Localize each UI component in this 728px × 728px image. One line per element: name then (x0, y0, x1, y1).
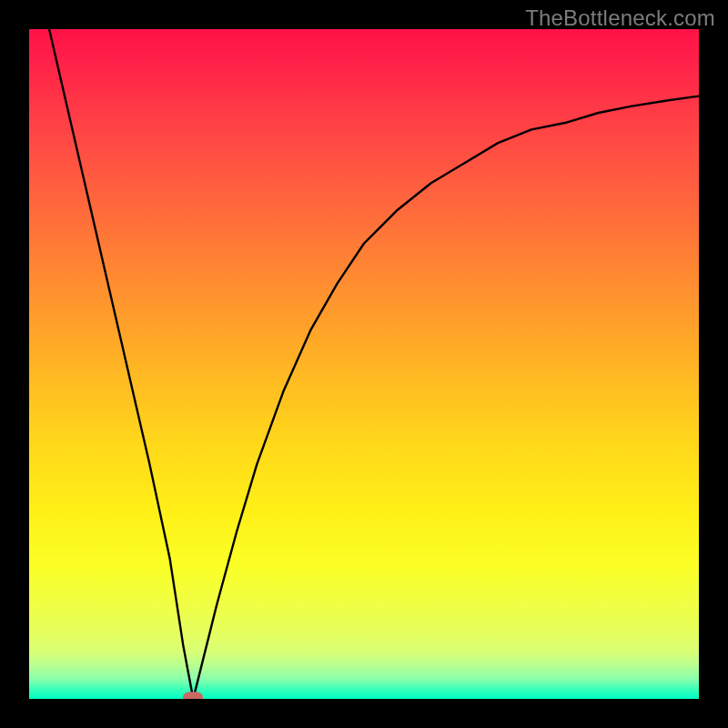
plot-area (29, 29, 699, 699)
bottleneck-curve (29, 29, 699, 699)
minimum-marker (183, 692, 203, 699)
watermark-text: TheBottleneck.com (525, 5, 715, 31)
chart-frame: TheBottleneck.com (0, 0, 728, 728)
